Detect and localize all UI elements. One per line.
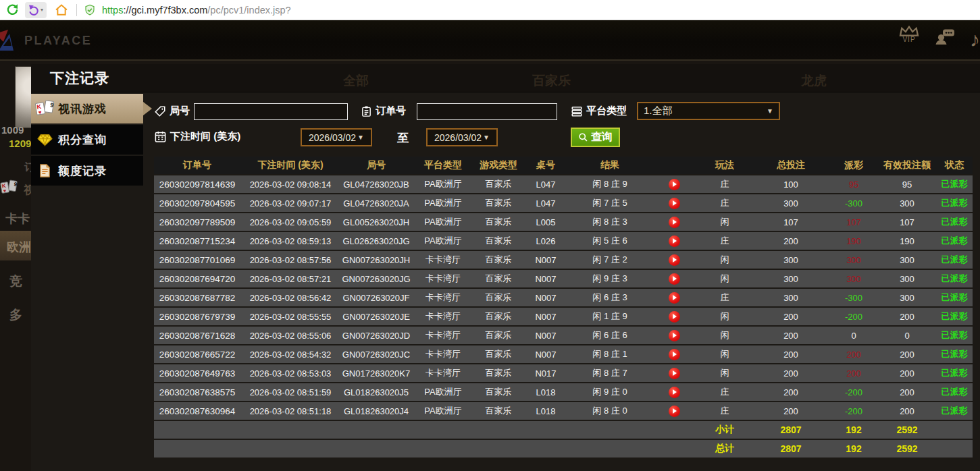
clipboard-icon: [361, 105, 372, 117]
cell-table-number: N007: [523, 270, 569, 287]
play-video-button[interactable]: [669, 198, 680, 209]
music-note-icon[interactable]: ♪: [970, 30, 980, 50]
cell-round-number: GL047263020JB: [340, 175, 412, 193]
cell-round-number: GN007263020JE: [340, 308, 412, 325]
play-video-button[interactable]: [669, 217, 680, 228]
play-video-button[interactable]: [669, 406, 680, 417]
column-header: 总投注: [752, 157, 829, 174]
cell-payout: 300: [829, 251, 878, 269]
cell-bet-time: 2026-03-02 08:55:06: [240, 327, 340, 344]
cell-payout: -200: [829, 383, 878, 401]
bet-time-label: 下注时间 (美东): [170, 130, 240, 143]
play-video-button[interactable]: [669, 349, 680, 360]
cell-bet-time: 2026-03-02 08:57:56: [240, 251, 340, 269]
vip-label: VIP: [902, 36, 915, 43]
cell-play-method: 庄: [697, 232, 752, 250]
cell-status: 已派彩: [936, 364, 973, 382]
play-video-button[interactable]: [669, 273, 680, 285]
platform-type-label-group: 平台类型: [571, 105, 627, 117]
cell-platform: 卡卡湾厅: [412, 289, 474, 306]
cell-payout: -200: [829, 308, 878, 325]
cell-play-method: 闲: [697, 270, 752, 287]
cell-round-number: GL005263020JH: [340, 213, 412, 231]
chevron-down-icon: ▼: [357, 134, 364, 141]
cell-platform: 卡卡湾厅: [412, 308, 474, 325]
vip-button[interactable]: VIP: [898, 26, 920, 43]
sidebar-item-points-query[interactable]: 积分查询: [31, 125, 143, 155]
play-video-button[interactable]: [669, 368, 680, 379]
cell-round-number: GL026263020JG: [340, 232, 412, 250]
table-body: 260302097814639 2026-03-02 09:08:14 GL04…: [154, 175, 973, 420]
url-domain: ://gci.myf7f3bx.com: [123, 5, 207, 16]
cell-platform: PA欧洲厅: [412, 194, 474, 212]
play-video-button[interactable]: [669, 387, 680, 398]
cell-order-number: 260302097789509: [154, 213, 240, 231]
cell-payout: 200: [829, 345, 878, 363]
cell-round-number: GN007263020JC: [340, 345, 412, 363]
column-header: 游戏类型: [474, 157, 523, 174]
cell-table-number: L018: [523, 383, 569, 401]
cell-total-bet: 200: [752, 402, 829, 420]
column-header: 状态: [936, 157, 973, 174]
cell-valid-bet: 107: [878, 213, 936, 231]
balance-fragment: 1209: [9, 138, 31, 149]
panel-sidebar: 9 K♥ 视讯游戏 积分查询: [31, 92, 143, 186]
cell-round-number: GL018263020J5: [340, 383, 412, 401]
cell-game-type: 百家乐: [474, 364, 523, 382]
play-icon: [673, 257, 677, 262]
address-bar[interactable]: https://gci.myf7f3bx.com/pc/pcv1/index.j…: [84, 4, 291, 16]
undo-dropdown-caret[interactable]: ▾: [41, 7, 43, 13]
cell-total-bet: 200: [752, 308, 829, 325]
cell-valid-bet: 200: [878, 364, 936, 382]
cell-total-bet: 200: [752, 232, 829, 250]
cell-result: 闲 8 庄 7: [569, 364, 651, 382]
platform-select[interactable]: 1.全部 ▼: [637, 102, 780, 120]
customer-service-icon[interactable]: [935, 28, 955, 45]
cell-order-number: 260302097814639: [154, 175, 240, 193]
cell-bet-time: 2026-03-02 08:54:32: [240, 345, 340, 363]
cell-order-number: 260302087630964: [154, 402, 240, 420]
subtotal-label: 小计: [697, 421, 752, 439]
cell-status: 已派彩: [936, 383, 973, 401]
play-video-button[interactable]: [669, 292, 680, 304]
play-video-button[interactable]: [669, 236, 680, 247]
cell-round-number: GL047263020JA: [340, 194, 412, 212]
sidebar-item-credit-records[interactable]: 额度记录: [31, 156, 143, 186]
table-row: 260302097789509 2026-03-02 09:05:59 GL00…: [154, 213, 973, 231]
round-number-input[interactable]: [194, 103, 348, 120]
bg-tab-fragment: 全部: [343, 72, 369, 90]
date-from-picker[interactable]: 2026/03/02▼: [301, 128, 372, 146]
table-row: 260302087694720 2026-03-02 08:57:21 GN00…: [154, 270, 973, 287]
bg-nav-fragment: 卡卡: [5, 211, 30, 227]
cell-table-number: L005: [523, 213, 569, 231]
undo-icon[interactable]: ▾: [25, 2, 47, 18]
play-icon: [673, 389, 677, 395]
betting-records-panel: 下注记录 全部 百家乐 龙虎 9 K♥ 视讯游戏: [31, 64, 980, 471]
play-video-button[interactable]: [669, 179, 680, 190]
cell-status: 已派彩: [936, 194, 973, 212]
panel-content: 局号 订单号 平台类型 1.全部 ▼ 下注时间 (美东) 2026/03/0: [143, 92, 980, 471]
play-video-button[interactable]: [669, 311, 680, 323]
play-video-button[interactable]: [669, 330, 680, 341]
order-number-input[interactable]: [417, 103, 557, 120]
cell-table-number: L018: [523, 402, 569, 420]
cell-round-number: GN007263020JG: [340, 270, 412, 287]
refresh-icon[interactable]: [3, 2, 21, 18]
query-button[interactable]: 查询: [571, 128, 620, 147]
cell-round-number: GN007263020JH: [340, 251, 412, 269]
cell-valid-bet: 300: [878, 251, 936, 269]
cell-status: 已派彩: [936, 232, 973, 250]
cell-play-method: 闲: [697, 327, 752, 344]
cell-valid-bet: 200: [878, 345, 936, 363]
sidebar-item-video-games[interactable]: 9 K♥ 视讯游戏: [31, 94, 143, 123]
bg-cards-icon: 9 K♥: [0, 179, 18, 196]
cell-platform: 卡卡湾厅: [412, 251, 474, 269]
home-icon[interactable]: [52, 2, 71, 18]
column-header: 桌号: [523, 157, 569, 174]
cell-platform: PA欧洲厅: [412, 213, 474, 231]
play-video-button[interactable]: [669, 254, 680, 266]
column-header: 有效投注额: [878, 157, 936, 174]
play-icon: [673, 370, 677, 376]
date-to-picker[interactable]: 2026/03/02▼: [426, 128, 498, 146]
cell-play-method: 闲: [697, 308, 752, 325]
